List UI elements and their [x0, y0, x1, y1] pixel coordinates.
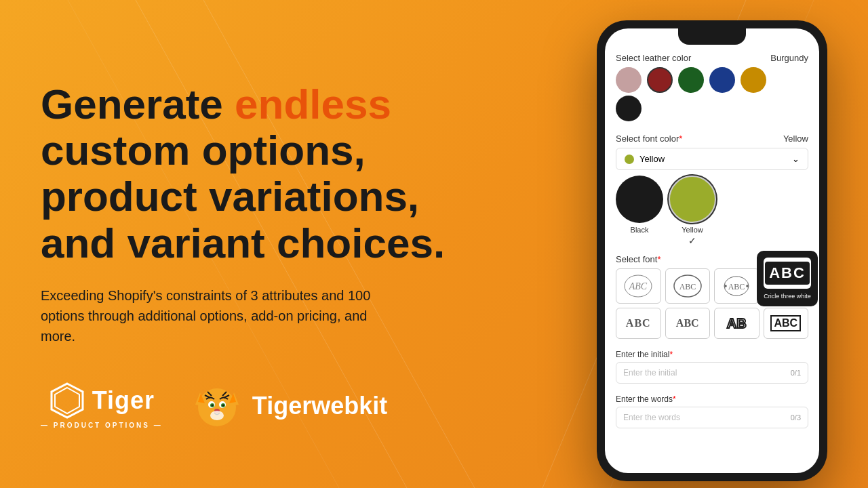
words-section: Enter the words* Enter the words 0/3	[616, 394, 808, 428]
dropdown-label: Yellow	[639, 154, 665, 164]
dropdown-color-dot	[625, 155, 634, 164]
svg-point-17	[222, 404, 224, 406]
color-swatch-mauve[interactable]	[616, 67, 642, 93]
color-swatch-forest-green[interactable]	[678, 67, 704, 93]
hexagon-icon	[49, 382, 85, 419]
svg-point-16	[211, 404, 213, 406]
color-swatch-mustard[interactable]	[741, 67, 766, 93]
tigerwebkit-logo-text: Tigerwebkit	[252, 392, 387, 420]
initial-section: Enter the initial* Enter the initial 0/1	[616, 350, 808, 384]
dropdown-chevron-icon: ⌄	[792, 154, 800, 164]
svg-point-19	[210, 411, 224, 420]
leather-color-section: Select leather color Burgundy	[616, 53, 808, 124]
font-item-7[interactable]: AB	[714, 308, 760, 339]
svg-text:ABC: ABC	[629, 281, 648, 291]
headline-part2: custom options, product variations, and …	[41, 127, 445, 266]
font-color-section: Select font color* Yellow Yellow ⌄	[616, 134, 808, 246]
phone-frame: Select leather color Burgundy	[597, 20, 827, 481]
font-item-8[interactable]: ABC	[764, 308, 809, 339]
font-color-dropdown[interactable]: Yellow ⌄	[616, 148, 808, 170]
leather-section-title: Select leather color	[616, 53, 691, 63]
font-section-title: Select font*	[616, 254, 661, 264]
main-headline: Generate endless custom options, product…	[41, 81, 475, 266]
initial-input[interactable]: Enter the initial 0/1	[616, 362, 808, 384]
font-label-7: AB	[727, 316, 747, 331]
leather-color-swatches	[616, 67, 808, 93]
font-color-black[interactable]: Black	[616, 176, 663, 246]
tiger-logo-text: Tiger	[92, 386, 155, 415]
dropdown-left: Yellow	[625, 154, 665, 164]
left-content: Generate endless custom options, product…	[41, 81, 475, 433]
svg-text:ABC: ABC	[728, 282, 745, 291]
font-grid-row2: ABC ABC AB ABC	[616, 308, 808, 339]
tooltip-abc-text: ABC	[765, 262, 810, 285]
font-label-6: ABC	[676, 317, 699, 329]
logos-row: Tiger — PRODUCT OPTIONS —	[41, 379, 475, 433]
tiger-logo-icon: Tiger	[49, 382, 155, 419]
font-label-5: ABC	[626, 317, 651, 329]
color-swatch-black[interactable]	[616, 96, 642, 121]
tiger-logo: Tiger — PRODUCT OPTIONS —	[41, 382, 163, 429]
font-color-label-black: Black	[616, 226, 663, 234]
initial-placeholder: Enter the initial	[623, 368, 677, 378]
tiger-logo-sub: — PRODUCT OPTIONS —	[41, 422, 163, 429]
tiger-face-icon	[190, 379, 244, 433]
words-counter: 0/3	[791, 413, 801, 422]
font-color-title: Select font color*	[616, 134, 682, 144]
svg-marker-6	[55, 388, 79, 413]
font-tooltip-popup: ABC Cricle three white	[757, 251, 818, 306]
font-item-3[interactable]: ABC	[714, 268, 760, 304]
font-item-2[interactable]: ABC	[665, 268, 711, 304]
initial-label: Enter the initial*	[616, 350, 808, 359]
font-color-circle-yellow	[669, 176, 716, 223]
leather-section-header: Select leather color Burgundy	[616, 53, 808, 63]
font-color-grid: Black Yellow ✓	[616, 176, 808, 246]
checkmark-icon: ✓	[669, 235, 716, 246]
words-label: Enter the words*	[616, 394, 808, 404]
font-icon-1: ABC	[623, 274, 653, 298]
font-color-label-yellow: Yellow	[669, 226, 716, 234]
words-input[interactable]: Enter the words 0/3	[616, 407, 808, 428]
font-color-selected: Yellow	[783, 134, 808, 144]
tooltip-preview: ABC	[764, 258, 811, 289]
font-color-section-header: Select font color* Yellow	[616, 134, 808, 144]
font-label-8: ABC	[770, 315, 801, 331]
font-icon-2: ABC	[673, 274, 703, 298]
headline-accent: endless	[235, 81, 391, 127]
font-color-circle-black	[616, 176, 663, 223]
headline-part1: Generate	[41, 81, 235, 127]
tigerwebkit-logo: Tigerwebkit	[190, 379, 387, 433]
initial-counter: 0/1	[791, 369, 801, 377]
leather-selected-value: Burgundy	[770, 53, 808, 63]
svg-marker-5	[52, 384, 83, 418]
svg-text:ABC: ABC	[679, 282, 696, 291]
font-item-1[interactable]: ABC	[616, 268, 661, 304]
words-placeholder: Enter the words	[623, 413, 680, 422]
subtext: Exceeding Shopify's constraints of 3 att…	[41, 285, 393, 346]
font-color-yellow[interactable]: Yellow ✓	[669, 176, 716, 246]
leather-color-swatches-row2	[616, 96, 808, 121]
phone-container: Select leather color Burgundy	[556, 0, 868, 488]
color-swatch-navy[interactable]	[709, 67, 735, 93]
font-item-5[interactable]: ABC	[616, 308, 661, 339]
font-item-6[interactable]: ABC	[665, 308, 711, 339]
font-icon-3: ABC	[722, 274, 751, 298]
tooltip-label: Cricle three white	[764, 293, 811, 300]
phone-notch	[678, 28, 746, 45]
color-swatch-burgundy[interactable]	[647, 67, 673, 93]
svg-point-7	[198, 388, 236, 426]
